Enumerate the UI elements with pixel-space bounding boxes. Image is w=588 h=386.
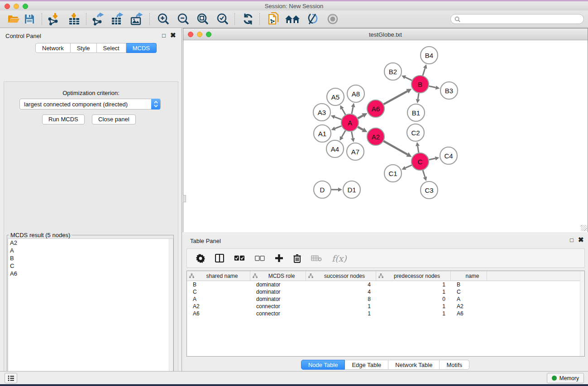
graph-edge[interactable] [423, 170, 425, 177]
graph-edge[interactable] [418, 146, 419, 153]
graph-edge[interactable] [352, 132, 353, 138]
window-titlebar[interactable]: Session: New Session [0, 1, 588, 10]
table-cell: A6 [187, 310, 250, 317]
refresh-icon [242, 13, 254, 25]
import-network-button[interactable] [46, 12, 62, 26]
float-table-panel-icon[interactable]: □ [570, 237, 574, 243]
toolbar-search[interactable] [450, 14, 584, 24]
tab-style[interactable]: Style [71, 43, 97, 53]
close-panel-icon[interactable]: ✖ [170, 31, 176, 39]
table-cell: 0 [376, 296, 451, 302]
graph-edge[interactable] [429, 86, 436, 87]
delete-table-button[interactable] [311, 255, 322, 262]
column-header[interactable]: MCDS role [250, 271, 306, 281]
export-table-button[interactable] [110, 12, 125, 26]
graph-edge[interactable] [342, 109, 346, 114]
delete-column-button[interactable] [293, 254, 301, 263]
memory-label: Memory [559, 375, 579, 381]
duplicate-network-button[interactable] [266, 12, 281, 26]
graph-edge[interactable] [406, 165, 412, 168]
graph-edge[interactable] [418, 93, 419, 100]
zoom-fit-button[interactable] [195, 12, 210, 26]
network-graph[interactable]: B4B2BB3A5A8A6A3B1AA1C2A2A4A7C4CC1C3DD1 [183, 41, 588, 232]
column-header[interactable]: successor nodes [306, 271, 376, 281]
node-label: D [320, 186, 325, 194]
criterion-dropdown[interactable]: largest connected component (directed) [19, 99, 161, 110]
memory-button[interactable]: Memory [547, 373, 584, 383]
node-label: B1 [412, 109, 420, 117]
function-builder-button[interactable]: f(x) [332, 253, 347, 263]
mcds-result-item[interactable]: C [8, 262, 173, 270]
column-panel-button[interactable] [215, 254, 224, 262]
close-table-panel-icon[interactable]: ✖ [578, 236, 584, 244]
table-body: Bdominator41BCdominator41CAdominator80AA… [187, 281, 584, 317]
mcds-result-item[interactable]: A2 [8, 239, 173, 247]
network-window-titlebar[interactable]: testGlobe.txt [183, 29, 588, 40]
add-column-button[interactable] [275, 254, 283, 262]
home-layout-button[interactable] [285, 12, 300, 26]
save-session-button[interactable] [22, 12, 37, 26]
mcds-result-item[interactable]: A6 [8, 270, 173, 277]
table-settings-button[interactable] [196, 254, 205, 263]
tab-mcds[interactable]: MCDS [126, 43, 157, 53]
search-input[interactable] [463, 16, 583, 22]
hide-annotations-button[interactable] [305, 12, 320, 26]
tab-select[interactable]: Select [97, 43, 126, 53]
mcds-result-item[interactable]: A [8, 247, 173, 254]
table-header-row: shared nameMCDS rolesuccessor nodesprede… [187, 271, 584, 281]
graph-edge[interactable] [335, 126, 341, 129]
graph-edge[interactable] [383, 141, 407, 155]
tab-motifs[interactable]: Motifs [440, 360, 469, 370]
result-list-scrollbar[interactable] [169, 239, 173, 386]
graph-edge[interactable] [405, 77, 412, 81]
graph-edge[interactable] [429, 158, 435, 160]
graph-edge[interactable] [358, 127, 363, 130]
graph-edge[interactable] [423, 68, 425, 76]
column-header[interactable]: predecessor nodes [376, 271, 451, 281]
window-resize-grip[interactable] [581, 225, 587, 231]
float-panel-icon[interactable]: □ [162, 32, 166, 39]
column-header[interactable]: name [451, 271, 487, 281]
graph-edge[interactable] [352, 107, 353, 114]
table-row[interactable]: Bdominator41B [187, 281, 584, 288]
table-scrollbar[interactable] [580, 271, 584, 356]
panel-splitter-handle[interactable] [183, 195, 186, 202]
run-mcds-button[interactable]: Run MCDS [42, 114, 85, 124]
export-network-button[interactable] [91, 12, 106, 26]
graph-edge[interactable] [384, 91, 407, 104]
table-row[interactable]: Adominator80A [187, 295, 584, 303]
table-cell: 1 [376, 310, 451, 317]
import-table-button[interactable] [67, 12, 82, 26]
task-history-button[interactable] [5, 373, 17, 383]
select-all-button[interactable] [234, 255, 245, 261]
table-cell: B [451, 281, 487, 288]
zoom-out-button[interactable] [176, 12, 191, 26]
table-row[interactable]: A2connector11A2 [187, 303, 584, 310]
tab-edge-table[interactable]: Edge Table [345, 360, 388, 370]
graph-edge[interactable] [358, 115, 363, 118]
show-graphics-button[interactable] [325, 12, 340, 26]
network-canvas[interactable]: B4B2BB3A5A8A6A3B1AA1C2A2A4A7C4CC1C3DD1 [183, 41, 588, 232]
column-header[interactable]: shared name [187, 271, 250, 281]
toolbar-separator [42, 13, 42, 25]
mcds-result-list[interactable]: A2ABCA6 [8, 238, 173, 386]
refresh-button[interactable] [240, 12, 256, 26]
table-row[interactable]: Cdominator41C [187, 288, 584, 295]
delete-table-icon [311, 255, 322, 262]
tab-network[interactable]: Network [35, 43, 71, 53]
edge-arrowhead [423, 176, 427, 181]
deselect-all-button[interactable] [255, 256, 265, 261]
tab-network-table[interactable]: Network Table [388, 360, 440, 370]
mcds-result-item[interactable]: B [8, 254, 173, 262]
zoom-selected-button[interactable] [215, 12, 230, 26]
open-session-button[interactable] [6, 12, 21, 26]
zoom-in-button[interactable] [156, 12, 171, 26]
export-image-button[interactable] [129, 12, 145, 26]
gear-icon [196, 254, 205, 263]
table-cell: 1 [376, 281, 451, 288]
graph-edge[interactable] [342, 130, 345, 137]
tab-node-table[interactable]: Node Table [301, 360, 345, 370]
table-row[interactable]: A6connector11A6 [187, 310, 584, 317]
close-panel-button[interactable]: Close panel [92, 114, 136, 124]
graph-edge[interactable] [335, 117, 341, 119]
